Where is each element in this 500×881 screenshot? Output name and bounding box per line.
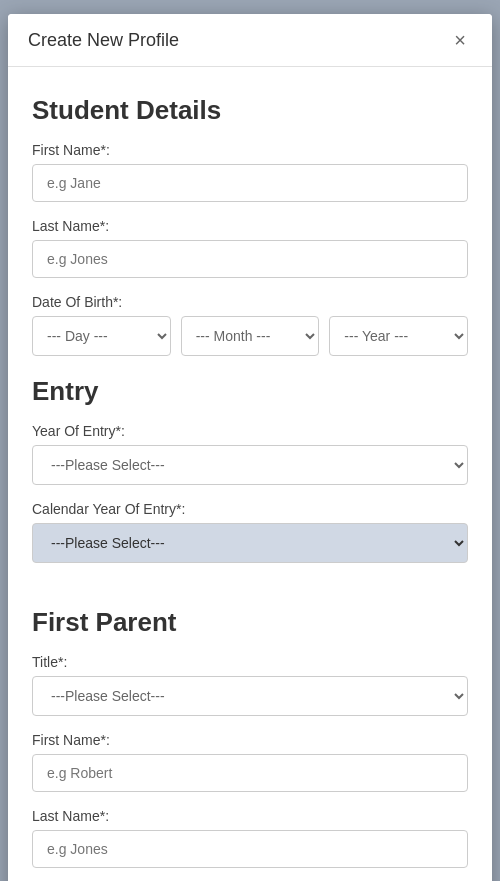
parent-title-select[interactable]: ---Please Select--- <box>32 676 468 716</box>
dob-day-select[interactable]: --- Day --- <box>32 316 171 356</box>
student-first-name-group: First Name*: <box>32 142 468 202</box>
dob-row: --- Day --- --- Month --- --- Year --- <box>32 316 468 356</box>
modal-header: Create New Profile × <box>8 14 492 67</box>
dob-month-select[interactable]: --- Month --- <box>181 316 320 356</box>
parent-first-name-input[interactable] <box>32 754 468 792</box>
student-last-name-label: Last Name*: <box>32 218 468 234</box>
year-of-entry-label: Year Of Entry*: <box>32 423 468 439</box>
parent-title-group: Title*: ---Please Select--- <box>32 654 468 716</box>
student-first-name-label: First Name*: <box>32 142 468 158</box>
date-of-birth-label: Date Of Birth*: <box>32 294 468 310</box>
student-first-name-input[interactable] <box>32 164 468 202</box>
year-of-entry-group: Year Of Entry*: ---Please Select--- <box>32 423 468 485</box>
modal: Create New Profile × Student Details Fir… <box>8 14 492 881</box>
parent-last-name-group: Last Name*: <box>32 808 468 868</box>
parent-first-name-group: First Name*: <box>32 732 468 792</box>
modal-body: Student Details First Name*: Last Name*:… <box>8 67 492 881</box>
entry-section-title: Entry <box>32 376 468 407</box>
parent-last-name-label: Last Name*: <box>32 808 468 824</box>
student-last-name-input[interactable] <box>32 240 468 278</box>
year-of-entry-select[interactable]: ---Please Select--- <box>32 445 468 485</box>
student-details-section-title: Student Details <box>32 95 468 126</box>
parent-last-name-input[interactable] <box>32 830 468 868</box>
parent-first-name-label: First Name*: <box>32 732 468 748</box>
calendar-year-of-entry-select[interactable]: ---Please Select--- <box>32 523 468 563</box>
parent-title-label: Title*: <box>32 654 468 670</box>
student-last-name-group: Last Name*: <box>32 218 468 278</box>
calendar-year-of-entry-label: Calendar Year Of Entry*: <box>32 501 468 517</box>
modal-overlay: Create New Profile × Student Details Fir… <box>0 0 500 881</box>
date-of-birth-group: Date Of Birth*: --- Day --- --- Month --… <box>32 294 468 356</box>
spacer <box>32 579 468 599</box>
first-parent-section-title: First Parent <box>32 607 468 638</box>
calendar-year-of-entry-group: Calendar Year Of Entry*: ---Please Selec… <box>32 501 468 563</box>
modal-title: Create New Profile <box>28 30 179 51</box>
close-button[interactable]: × <box>448 28 472 52</box>
dob-year-select[interactable]: --- Year --- <box>329 316 468 356</box>
